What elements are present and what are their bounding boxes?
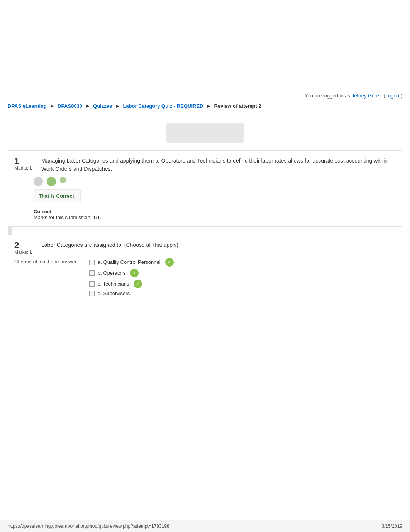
option-checkbox-c[interactable] [89, 281, 95, 287]
question-1-number: 1 [14, 157, 37, 165]
main-content: 1 Marks: 1 Managing Labor Categories and… [0, 112, 410, 321]
option-checkbox-a[interactable] [89, 260, 95, 265]
footer-url: https://dpaselearning.golearnportal.org/… [8, 524, 169, 529]
option-row-d: d. Supervisors [89, 291, 396, 296]
logout-link[interactable]: Logout [385, 93, 401, 99]
question-2-marks-label: Marks: 1 [14, 250, 37, 255]
option-text-c: c. Technicians [98, 281, 129, 287]
option-correct-b: ✓ [130, 269, 139, 277]
breadcrumb-sep-2: ► [85, 103, 91, 109]
option-checkbox-d[interactable] [89, 291, 95, 296]
quiz-header-banner [8, 123, 402, 143]
option-checkbox-b[interactable] [89, 270, 95, 276]
logout-close-paren: ) [401, 93, 402, 99]
option-text-a: a. Quality Control Personnel [98, 259, 161, 265]
question-2-text: Labor Categories are assigned to: (Choos… [41, 241, 396, 255]
breadcrumb-sep-3: ► [115, 103, 121, 109]
breadcrumb-quizzes[interactable]: Quizzes [93, 103, 112, 109]
question-1-feedback-text: That is Correct! [39, 193, 76, 199]
breadcrumb-dpas8030[interactable]: DPAS8030 [58, 103, 82, 109]
dot-gray [34, 177, 43, 186]
breadcrumb-dpas-elearning[interactable]: DPAS eLearning [8, 103, 47, 109]
breadcrumb-sep-4: ► [206, 103, 212, 109]
question-1-feedback-dots [34, 177, 396, 186]
question-1-result-marks: Marks for this submission: 1/1. [34, 214, 396, 220]
question-1-block: 1 Marks: 1 Managing Labor Categories and… [8, 150, 402, 227]
footer: https://dpaselearning.golearnportal.org/… [0, 520, 410, 532]
banner-image-placeholder [166, 123, 244, 143]
breadcrumb-sep-1: ► [50, 103, 56, 109]
question-2-block: 2 Marks: 1 Labor Categories are assigned… [8, 235, 402, 305]
question-1-text: Managing Labor Categories and applying t… [41, 157, 396, 173]
option-correct-a: ✓ [165, 258, 174, 267]
footer-date: 3/15/2019 [382, 524, 402, 529]
question-2-answers: Choose at least one answer. a. Quality C… [14, 258, 396, 299]
option-row-b: b. Operators ✓ [89, 269, 396, 277]
user-bar: You are logged in as Jeffrey Greer (Logo… [0, 89, 410, 101]
option-correct-c: ✓ [134, 280, 142, 288]
logged-in-text: You are logged in as [305, 93, 350, 99]
option-text-b: b. Operators [98, 270, 125, 276]
breadcrumb-labor-quiz[interactable]: Labor Category Quiz - REQUIRED [123, 103, 203, 109]
options-column: a. Quality Control Personnel ✓ b. Operat… [89, 258, 396, 299]
question-1-marks-label: Marks: 1 [14, 165, 37, 171]
question-2-number: 2 [14, 241, 37, 250]
option-text-d: d. Supervisors [98, 291, 130, 296]
username-link[interactable]: Jeffrey Greer [352, 93, 381, 99]
dot-green [47, 177, 56, 186]
question-1-result-label: Correct [34, 209, 396, 214]
dot-small [60, 177, 66, 183]
question-1-feedback-area: That is Correct! Correct Marks for this … [34, 177, 396, 220]
option-row-a: a. Quality Control Personnel ✓ [89, 258, 396, 267]
question-1-feedback-box: That is Correct! [34, 189, 81, 202]
option-row-c: c. Technicians ✓ [89, 280, 396, 288]
breadcrumb: DPAS eLearning ► DPAS8030 ► Quizzes ► La… [0, 101, 410, 112]
choose-instruction: Choose at least one answer. [14, 258, 78, 299]
breadcrumb-current: Review of attempt 2 [214, 103, 261, 109]
